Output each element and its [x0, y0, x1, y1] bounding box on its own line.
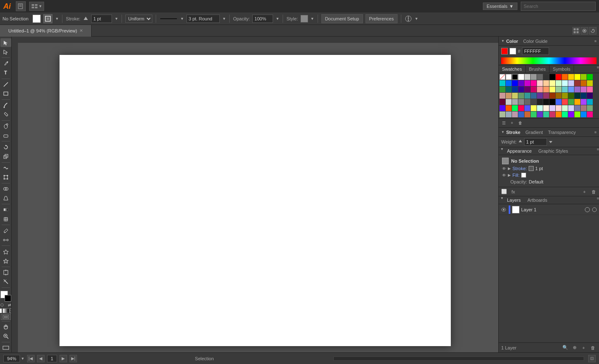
stroke-box[interactable]	[5, 295, 11, 302]
swatch-cell[interactable]	[518, 87, 524, 92]
stroke-mode-btn[interactable]	[43, 14, 52, 23]
tab-transparency[interactable]: Transparency	[548, 130, 576, 135]
workspace[interactable]	[12, 37, 498, 352]
fx-icon[interactable]: fx	[510, 188, 517, 196]
swatch-cell[interactable]	[556, 93, 562, 99]
swatch-cell[interactable]	[549, 87, 555, 92]
weight-spinner-up[interactable]	[518, 139, 522, 145]
stroke-type-select[interactable]: Uniform	[125, 15, 152, 23]
swatch-cell[interactable]	[587, 87, 593, 92]
swatch-cell[interactable]	[500, 93, 505, 99]
swatch-cell[interactable]	[531, 80, 537, 86]
swatch-cell[interactable]	[543, 111, 549, 117]
rotate-view-btn[interactable]	[589, 27, 597, 35]
swatch-cell[interactable]	[543, 87, 549, 92]
view-options-btn[interactable]	[581, 27, 588, 35]
swatch-cell[interactable]	[549, 74, 555, 80]
layers-panel-menu[interactable]: ≡	[597, 196, 599, 204]
swatch-cell[interactable]	[512, 105, 518, 111]
arrange-icon[interactable]	[405, 15, 412, 22]
warp-tool[interactable]	[0, 163, 11, 172]
fill-stroke-boxes[interactable]	[0, 291, 11, 302]
swatch-cell[interactable]	[543, 80, 549, 86]
free-transform-tool[interactable]	[0, 173, 11, 182]
swap-colors-icon[interactable]: ⇌	[6, 302, 12, 307]
swatch-cell[interactable]	[518, 99, 524, 105]
swatch-cell[interactable]	[568, 111, 574, 117]
tab-gradient[interactable]: Gradient	[525, 130, 543, 135]
swatch-cell[interactable]	[581, 111, 587, 117]
color-panel-menu[interactable]: ≡	[594, 39, 597, 43]
stroke-visibility-icon[interactable]: 👁	[502, 166, 506, 171]
essentials-button[interactable]: Essentials ▼	[483, 2, 517, 10]
swatch-cell[interactable]	[574, 111, 580, 117]
swatch-cell[interactable]	[568, 93, 574, 99]
blob-brush-tool[interactable]	[0, 122, 11, 131]
swatch-cell[interactable]	[537, 87, 543, 92]
swatch-cell[interactable]	[556, 111, 562, 117]
fill-expand-arrow[interactable]: ▶	[508, 173, 511, 177]
type-tool[interactable]: T	[0, 68, 11, 77]
reset-colors-icon[interactable]: ⬡	[0, 302, 5, 307]
swatch-cell[interactable]	[537, 80, 543, 86]
swatch-cell[interactable]	[574, 99, 580, 105]
zoom-dropdown-arrow[interactable]: ▼	[21, 357, 25, 361]
swatch-cell[interactable]	[524, 80, 530, 86]
scroll-bar-h[interactable]	[333, 357, 584, 361]
swatch-cell[interactable]	[512, 93, 518, 99]
none-swatch[interactable]	[500, 74, 505, 80]
layer-select-icon[interactable]	[592, 207, 597, 213]
swatch-cell[interactable]	[518, 111, 524, 117]
swatch-cell[interactable]	[562, 99, 568, 105]
swatch-cell[interactable]	[524, 74, 530, 80]
stroke-expand-arrow[interactable]: ▶	[508, 166, 511, 171]
direct-selection-tool[interactable]	[0, 47, 11, 56]
appearance-delete-icon[interactable]: 🗑	[590, 188, 597, 196]
next-page-btn[interactable]: ▶	[60, 355, 67, 362]
swatch-cell[interactable]	[531, 87, 537, 92]
swatch-cell[interactable]	[512, 111, 518, 117]
swatch-cell[interactable]	[543, 99, 549, 105]
paintbrush-tool[interactable]	[0, 101, 11, 110]
color-collapse-btn[interactable]: ▼	[501, 39, 505, 43]
new-swatch-icon[interactable]: +	[509, 120, 515, 126]
swatch-cell[interactable]	[574, 93, 580, 99]
color-guide-title[interactable]: Color Guide	[523, 39, 548, 44]
swatch-cell[interactable]	[500, 105, 505, 111]
page-input[interactable]	[47, 355, 57, 362]
document-tab[interactable]: Untitled–1 @ 94% (RGB/Preview) ✕	[0, 25, 92, 37]
gradient-tool[interactable]	[0, 206, 11, 214]
swatch-cell[interactable]	[531, 99, 537, 105]
arrange-view-btn[interactable]	[572, 27, 580, 35]
swatch-cell[interactable]	[524, 87, 530, 92]
rotate-tool[interactable]	[0, 143, 11, 151]
swatch-cell[interactable]	[512, 87, 518, 92]
swatch-cell[interactable]	[537, 74, 543, 80]
swatch-cell[interactable]	[568, 105, 574, 111]
swatch-cell[interactable]	[537, 111, 543, 117]
tab-symbols[interactable]: Symbols	[549, 65, 574, 73]
prev-page-btn[interactable]: ◀	[37, 355, 45, 362]
delete-layer-icon[interactable]: 🗑	[589, 344, 597, 352]
preferences-button[interactable]: Preferences	[365, 14, 398, 23]
swatch-cell[interactable]	[587, 80, 593, 86]
new-art-basic-appearance-icon[interactable]: ⬜	[500, 188, 508, 196]
document-icon[interactable]	[16, 1, 26, 11]
swatch-cell[interactable]	[531, 74, 537, 80]
swatch-cell[interactable]	[518, 80, 524, 86]
layer-item[interactable]: Layer 1	[499, 204, 599, 215]
swatch-cell[interactable]	[537, 99, 543, 105]
pencil-tool[interactable]	[0, 110, 11, 119]
swatch-cell[interactable]	[562, 80, 568, 86]
swatch-cell[interactable]	[581, 80, 587, 86]
draw-mode-btn[interactable]	[1, 314, 11, 320]
weight-input[interactable]	[524, 138, 547, 146]
swatch-cell[interactable]	[500, 87, 505, 92]
eyedropper-tool[interactable]	[0, 226, 11, 235]
fill-visibility-icon[interactable]: 👁	[502, 173, 506, 178]
swatch-cell[interactable]	[506, 93, 512, 99]
swatch-cell[interactable]	[581, 99, 587, 105]
tab-artboards[interactable]: Artboards	[524, 196, 551, 204]
swatch-cell[interactable]	[524, 111, 530, 117]
slice-tool[interactable]	[0, 277, 11, 286]
